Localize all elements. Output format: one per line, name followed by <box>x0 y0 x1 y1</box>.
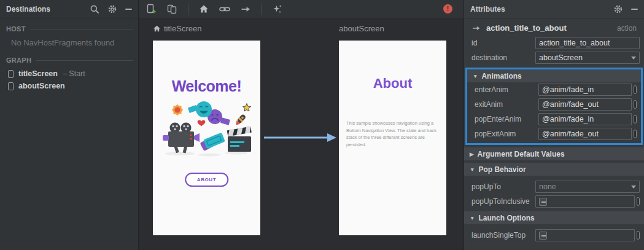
resource-picker-icon[interactable] <box>634 115 637 123</box>
popupto-dropdown[interactable]: none <box>535 181 640 193</box>
id-field-row: id action_title_to_about <box>464 36 644 50</box>
section-argument-defaults[interactable]: ▶ Argument Default Values <box>464 147 644 160</box>
destination-icon <box>8 82 14 90</box>
section-launch-options[interactable]: ▼ Launch Options <box>464 211 644 224</box>
launchsingletop-field <box>535 229 635 241</box>
chevron-down-icon <box>631 186 636 189</box>
auto-arrange-icon[interactable] <box>272 4 282 14</box>
destination-field-row: destination aboutScreen <box>464 50 644 65</box>
triangle-right-icon: ▶ <box>470 151 474 157</box>
home-icon[interactable] <box>199 4 209 14</box>
rocket <box>234 114 246 127</box>
launchsingletop-row: launchSingleTop <box>464 228 644 243</box>
hide-panel-icon[interactable] <box>631 9 638 10</box>
host-group-label: HOST <box>6 25 133 33</box>
hide-panel-icon[interactable] <box>125 9 132 10</box>
popenteranim-input[interactable]: @anim/fade_in <box>538 113 632 125</box>
nested-graph-icon[interactable] <box>167 4 177 14</box>
enteranim-row: enterAnim @anim/fade_in <box>467 82 641 97</box>
about-button: ABOUT <box>185 173 228 187</box>
resource-picker-icon[interactable] <box>634 85 637 94</box>
titlescreen-label: titleScreen <box>153 24 201 33</box>
attributes-title: Attributes <box>470 5 613 14</box>
popexitanim-input[interactable]: @anim/fade_out <box>538 128 632 140</box>
triangle-down-icon: ▼ <box>470 215 475 221</box>
graph-group-label: GRAPH <box>6 57 133 64</box>
new-destination-icon[interactable] <box>146 4 157 14</box>
enteranim-input[interactable]: @anim/fade_in <box>538 84 632 96</box>
star <box>242 104 250 112</box>
toolbar-separator <box>261 4 262 15</box>
destinations-title: Destinations <box>6 5 90 14</box>
popuptoinclusive-field <box>535 195 635 208</box>
section-animations[interactable]: ▼ Animations <box>467 69 641 82</box>
toolbar-separator <box>188 4 188 15</box>
comedy-mask <box>196 101 212 117</box>
starburst <box>171 104 182 115</box>
resource-picker-icon[interactable] <box>637 197 640 206</box>
resource-picker-icon[interactable] <box>634 130 637 138</box>
section-pop-behavior[interactable]: ▼ Pop Behavior <box>464 163 644 176</box>
action-arrow-icon <box>471 25 481 32</box>
destination-label: destination <box>471 53 535 62</box>
clapperboard <box>227 127 251 152</box>
popuptoinclusive-checkbox[interactable] <box>539 198 547 206</box>
action-arrow[interactable] <box>263 133 337 143</box>
navigation-editor: Destinations HOST No NavHostFragments fo… <box>0 0 644 250</box>
home-icon <box>153 25 161 33</box>
search-icon[interactable] <box>90 4 99 14</box>
error-badge[interactable]: ! <box>443 4 452 14</box>
sidebar-item-aboutscreen[interactable]: aboutScreen <box>0 80 138 92</box>
resource-picker-icon[interactable] <box>637 231 640 240</box>
design-canvas: ! titleScreen Welcome! <box>139 0 464 250</box>
triangle-down-icon: ▼ <box>470 166 475 173</box>
exitanim-row: exitAnim @anim/fade_out <box>467 97 641 112</box>
graph-destination-list: titleScreen – Start aboutScreen <box>0 68 138 92</box>
titlescreen-preview[interactable]: Welcome! <box>153 41 260 235</box>
action-name: action_title_to_about <box>486 23 611 33</box>
sidebar-item-titlescreen[interactable]: titleScreen – Start <box>0 68 138 80</box>
about-body-text: This sample showcases navigation using a… <box>346 120 436 149</box>
aboutscreen-label: aboutScreen <box>339 24 384 33</box>
host-empty-message: No NavHostFragments found <box>0 33 138 50</box>
popenteranim-row: popEnterAnim @anim/fade_in <box>467 112 641 127</box>
resource-picker-icon[interactable] <box>634 100 637 109</box>
id-label: id <box>471 39 535 47</box>
movies-illustration <box>160 100 254 157</box>
id-input[interactable]: action_title_to_about <box>535 37 640 49</box>
triangle-down-icon: ▼ <box>473 73 478 79</box>
action-type-label: action <box>617 24 637 33</box>
movie-camera <box>163 123 200 154</box>
popuptoinclusive-row: popUpToInclusive <box>464 194 644 209</box>
destination-dropdown[interactable]: aboutScreen <box>535 52 640 64</box>
canvas-toolbar: ! <box>139 0 464 18</box>
aboutscreen-preview[interactable]: About This sample showcases navigation u… <box>339 41 446 235</box>
chevron-down-icon <box>631 57 636 60</box>
exitanim-input[interactable]: @anim/fade_out <box>538 98 632 111</box>
destinations-panel: Destinations HOST No NavHostFragments fo… <box>0 0 139 250</box>
gear-icon[interactable] <box>613 4 623 14</box>
gear-icon[interactable] <box>107 4 117 14</box>
animations-highlight-box: ▼ Animations enterAnim @anim/fade_in exi… <box>465 68 643 145</box>
about-heading: About <box>339 76 446 92</box>
destinations-header: Destinations <box>0 0 138 18</box>
welcome-heading: Welcome! <box>153 77 260 95</box>
design-surface[interactable]: titleScreen Welcome! <box>139 18 464 250</box>
launchsingletop-checkbox[interactable] <box>539 232 547 240</box>
heart <box>197 120 205 126</box>
attributes-panel: Attributes action_title_to_about action … <box>464 0 644 250</box>
attributes-header: Attributes <box>464 0 644 18</box>
popexitanim-row: popExitAnim @anim/fade_out <box>467 127 641 141</box>
destination-icon <box>8 70 14 78</box>
action-arrow-icon[interactable] <box>241 5 250 14</box>
popupto-row: popUpTo none <box>464 179 644 194</box>
tickets <box>200 133 225 152</box>
selected-action-row: action_title_to_about action <box>464 18 644 36</box>
deep-link-icon[interactable] <box>219 4 230 14</box>
start-destination-suffix: – Start <box>63 69 85 78</box>
